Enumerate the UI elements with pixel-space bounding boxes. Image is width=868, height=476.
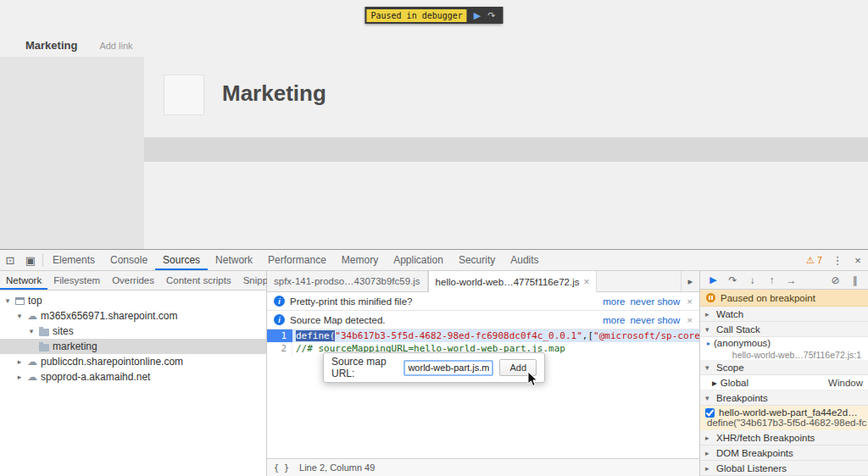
editor-tab-label: hello-world-web…4775f116e72.js [436,277,580,287]
tab-console[interactable]: Console [103,250,155,270]
tab-audits[interactable]: Audits [503,250,546,270]
tree-item-publiccdn[interactable]: ▸ ☁ publiccdn.sharepointonline.com [0,354,266,369]
navtab-content-scripts[interactable]: Content scripts [160,271,237,290]
device-toolbar-icon[interactable]: ▣ [20,250,41,270]
pause-on-exceptions-icon[interactable]: ∥ [845,274,865,286]
active-frame-icon: ▸ [707,340,710,347]
warning-icon: ⚠ [806,255,815,266]
code-text: define("34b617b3-5f5d-4682-98ed-fc6908dc… [292,329,699,342]
step-over-icon[interactable]: ↷ [487,11,495,20]
cursor-position: Line 2, Column 49 [299,462,375,473]
breakpoint-file: hello-world-web-part_fa44e2d4f17d… [719,407,863,418]
navtab-overrides[interactable]: Overrides [106,271,160,290]
editor-tab-spfx[interactable]: spfx-141-prodso…43073b9fc59.js [267,271,428,291]
devtools-close-icon[interactable]: × [848,254,868,267]
site-nav-bar: Marketing Add link [0,34,868,57]
source-map-url-input[interactable] [403,360,493,376]
section-breakpoints[interactable]: ▾ Breakpoints [700,390,868,406]
tab-network[interactable]: Network [208,250,260,270]
step-out-icon[interactable]: ↑ [762,274,782,286]
devtools-menu-icon[interactable]: ⋮ [827,254,848,267]
navtab-network[interactable]: Network [0,271,47,290]
paused-status-text: Paused on breakpoint [721,293,815,303]
tree-item-sharepoint-domain[interactable]: ▾ ☁ m365x656971.sharepoint.com [0,308,266,324]
infobar-close-icon[interactable]: × [685,296,693,307]
tree-item-marketing[interactable]: marketing [0,339,266,354]
tab-sources[interactable]: Sources [155,250,208,270]
page-image-placeholder [164,75,204,115]
toolbar-divider [42,253,43,267]
section-xhr-breakpoints[interactable]: ▸ XHR/fetch Breakpoints [700,430,868,446]
infobar-more-link[interactable]: more [603,296,625,307]
pretty-print-infobar: i Pretty-print this minified file? more … [267,292,699,311]
line-number-breakpoint[interactable]: 1 [267,329,292,342]
section-label: DOM Breakpoints [716,448,793,458]
string-literal: "34b617b3-5f5d-4682-98ed-fc6908dc0f4c_0.… [335,330,581,341]
chevron-down-icon[interactable]: ▾ [27,327,36,335]
breakpoint-checkbox[interactable] [705,408,715,418]
call-stack-frame[interactable]: ▸ (anonymous) [700,337,868,350]
file-tree: ▾ top ▾ ☁ m365x656971.sharepoint.com ▾ s… [0,291,266,476]
chevron-right-icon[interactable]: ▸ [705,449,713,457]
chevron-down-icon[interactable]: ▾ [705,394,713,402]
resume-script-icon[interactable]: ▶ [474,11,481,20]
chevron-down-icon[interactable]: ▾ [3,296,12,305]
cloud-icon: ☁ [27,372,37,382]
navtab-filesystem[interactable]: Filesystem [47,271,106,290]
scope-global-row[interactable]: ▸ Global Window [700,375,868,390]
section-watch[interactable]: ▸ Watch [700,307,868,322]
breakpoint-entry[interactable]: hello-world-web-part_fa44e2d4f17d… [700,406,868,418]
chevron-right-icon[interactable]: ▸ [712,377,717,389]
tree-item-sites[interactable]: ▾ sites [0,324,266,339]
infobar-never-show-link[interactable]: never show [630,296,680,307]
tab-elements[interactable]: Elements [45,250,103,270]
infobar-more-link[interactable]: more [603,315,625,325]
chevron-right-icon[interactable]: ▸ [705,434,713,442]
pretty-print-icon[interactable]: { } [274,463,289,473]
chevron-right-icon[interactable]: ▸ [705,310,713,318]
chevron-down-icon[interactable]: ▾ [705,363,713,372]
mouse-cursor [527,371,538,387]
site-nav-title[interactable]: Marketing [25,39,77,52]
infobar-close-icon[interactable]: × [685,315,693,325]
tab-application[interactable]: Application [386,250,451,270]
chevron-down-icon[interactable]: ▾ [15,312,24,320]
resume-icon[interactable]: ▶ [704,274,723,285]
step-icon[interactable]: → [782,274,801,286]
tree-label: m365x656971.sharepoint.com [41,310,177,322]
code-line-1[interactable]: 1 define("34b617b3-5f5d-4682-98ed-fc6908… [267,329,699,342]
infobar-never-show-link[interactable]: never show [630,315,680,325]
line-number[interactable]: 2 [267,342,292,355]
deactivate-breakpoints-icon[interactable]: ⊘ [826,274,845,286]
section-scope[interactable]: ▾ Scope [700,360,868,375]
section-call-stack[interactable]: ▾ Call Stack [700,322,868,337]
step-into-icon[interactable]: ↓ [743,274,762,286]
inspect-element-icon[interactable]: ⊡ [0,250,20,270]
frame-icon [15,297,25,305]
tab-security[interactable]: Security [451,250,503,270]
chevron-down-icon[interactable]: ▾ [705,325,713,334]
warning-count-badge[interactable]: ⚠ 7 [801,255,827,266]
frame-location[interactable]: hello-world-web…75f116e72.js:1 [700,350,868,361]
cloud-icon: ☁ [27,311,37,321]
debugger-sidebar: ▶ ↷ ↓ ↑ → ⊘ ∥ Paused on breakpoint ▸ Wat… [699,271,868,476]
code-area[interactable]: 1 define("34b617b3-5f5d-4682-98ed-fc6908… [267,329,699,458]
tree-item-top[interactable]: ▾ top [0,293,266,308]
section-global-listeners[interactable]: ▸ Global Listeners [700,461,868,476]
info-icon: i [274,314,285,325]
editor-tab-hello-world[interactable]: hello-world-web…4775f116e72.js × [428,271,598,292]
tab-performance[interactable]: Performance [260,250,334,270]
section-dom-breakpoints[interactable]: ▸ DOM Breakpoints [700,446,868,461]
chevron-right-icon[interactable]: ▸ [15,373,24,381]
add-link[interactable]: Add link [99,41,132,51]
chevron-right-icon[interactable]: ▸ [15,357,24,366]
editor-tab-overflow-icon[interactable]: ▸ [681,271,699,291]
close-tab-icon[interactable]: × [583,276,589,288]
tab-memory[interactable]: Memory [334,250,386,270]
step-over-icon[interactable]: ↷ [723,274,743,286]
editor-tab-label: spfx-141-prodso…43073b9fc59.js [274,276,420,286]
chevron-right-icon[interactable]: ▸ [705,464,713,473]
tree-item-spoprod[interactable]: ▸ ☁ spoprod-a.akamaihd.net [0,369,266,385]
section-label: Scope [716,363,744,373]
breakpoint-code-preview[interactable]: define("34b617b3-5f5d-4682-98ed-fc… [700,418,868,430]
